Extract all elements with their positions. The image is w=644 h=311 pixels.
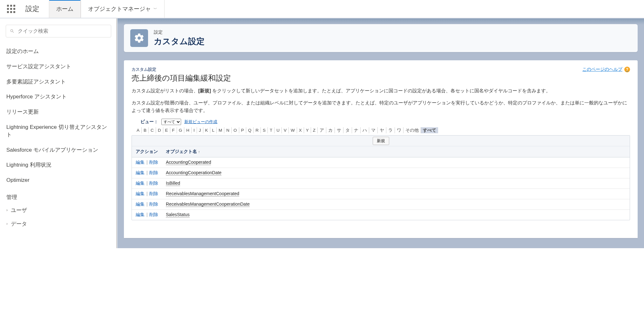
sidebar-tree-data[interactable]: › データ	[0, 217, 117, 231]
delete-link[interactable]: 削除	[149, 191, 158, 196]
sort-asc-icon: ↑	[198, 150, 200, 154]
main-content: 設定 カスタム設定 カスタム設定 売上締後の項目編集緩和設定 このページのヘルプ…	[118, 18, 644, 248]
alpha-filter-T[interactable]: T	[268, 127, 275, 133]
help-link[interactable]: このページのヘルプ ?	[582, 67, 630, 72]
page-title: カスタム設定	[154, 36, 205, 47]
alpha-filter-ハ[interactable]: ハ	[361, 127, 369, 133]
alpha-filter-ア[interactable]: ア	[318, 127, 326, 133]
sidebar-item-optimizer[interactable]: Optimizer	[0, 173, 117, 188]
alpha-filter-マ[interactable]: マ	[369, 127, 378, 133]
view-row: ビュー： すべて 新規ビューの作成	[140, 119, 630, 125]
alpha-filter-W[interactable]: W	[289, 127, 297, 133]
action-separator: |	[145, 212, 149, 217]
alpha-filter-タ[interactable]: タ	[343, 127, 352, 133]
alpha-filter-R[interactable]: R	[254, 127, 261, 133]
alpha-filter-ワ[interactable]: ワ	[395, 127, 403, 133]
alpha-filter-Q[interactable]: Q	[246, 127, 254, 133]
alpha-filter-V[interactable]: V	[282, 127, 289, 133]
view-label: ビュー：	[140, 119, 158, 125]
alpha-filter-L[interactable]: L	[210, 127, 217, 133]
alpha-filter-すべて[interactable]: すべて	[421, 127, 438, 133]
classic-crumb: カスタム設定	[132, 67, 231, 72]
alpha-filter-K[interactable]: K	[203, 127, 210, 133]
alpha-filter-bar: ABCDEFGHIJKLMNOPQRSTUVWXYZアカサタナハマヤラワその他す…	[135, 128, 630, 133]
alpha-filter-A[interactable]: A	[135, 127, 142, 133]
object-name-link[interactable]: SalesStatus	[166, 212, 190, 217]
delete-link[interactable]: 削除	[149, 202, 158, 207]
table-row: 編集 | 削除ReceivablesManagementCooperationD…	[132, 199, 630, 210]
alpha-filter-Z[interactable]: Z	[311, 127, 318, 133]
alpha-filter-D[interactable]: D	[156, 127, 163, 133]
alpha-filter-N[interactable]: N	[224, 127, 232, 133]
alpha-filter-P[interactable]: P	[239, 127, 246, 133]
alpha-filter-その他[interactable]: その他	[403, 127, 421, 133]
alpha-filter-ナ[interactable]: ナ	[352, 127, 361, 133]
action-separator: |	[145, 160, 149, 165]
alpha-filter-X[interactable]: X	[297, 127, 304, 133]
sidebar-item-setup-home[interactable]: 設定のホーム	[0, 44, 117, 59]
new-button[interactable]: 新規	[373, 137, 389, 145]
alpha-filter-C[interactable]: C	[149, 127, 156, 133]
alpha-filter-J[interactable]: J	[197, 127, 203, 133]
object-name-link[interactable]: AccountingCooperated	[166, 160, 211, 165]
object-name-link[interactable]: ReceivablesManagementCooperationDate	[166, 202, 250, 207]
sidebar-item-release-updates[interactable]: リリース更新	[0, 104, 117, 120]
alpha-filter-M[interactable]: M	[217, 127, 224, 133]
help-link-label: このページのヘルプ	[582, 67, 622, 72]
edit-link[interactable]: 編集	[136, 170, 145, 175]
sidebar-item-lex-transition-assistant[interactable]: Lightning Experience 切り替えアシスタント	[0, 120, 117, 142]
alpha-filter-U[interactable]: U	[275, 127, 282, 133]
sidebar-tree-users[interactable]: › ユーザ	[0, 203, 117, 217]
view-select[interactable]: すべて	[161, 119, 181, 125]
sidebar-item-service-setup-assistant[interactable]: サービス設定アシスタント	[0, 59, 117, 74]
alpha-filter-B[interactable]: B	[142, 127, 149, 133]
edit-link[interactable]: 編集	[136, 181, 145, 186]
quick-find-input[interactable]	[18, 28, 107, 34]
chevron-down-icon: ﹀	[153, 6, 157, 12]
alpha-filter-E[interactable]: E	[163, 127, 170, 133]
sidebar-scrollbar[interactable]	[116, 18, 117, 248]
sidebar-item-mfa-assistant[interactable]: 多要素認証アシスタント	[0, 74, 117, 89]
sidebar-item-hyperforce-assistant[interactable]: Hyperforce アシスタント	[0, 89, 117, 104]
tab-home[interactable]: ホーム	[49, 0, 81, 18]
alpha-filter-O[interactable]: O	[232, 127, 239, 133]
sidebar-section-admin: 管理	[0, 188, 117, 203]
alpha-filter-H[interactable]: H	[184, 127, 192, 133]
object-name-link[interactable]: AccountingCooperationDate	[166, 170, 221, 175]
object-name-link[interactable]: ReceivablesManagementCooperated	[166, 191, 239, 196]
app-launcher-button[interactable]	[0, 0, 22, 18]
alpha-filter-サ[interactable]: サ	[335, 127, 343, 133]
delete-link[interactable]: 削除	[149, 160, 158, 165]
col-header-action: アクション	[136, 149, 166, 155]
alpha-filter-F[interactable]: F	[170, 127, 177, 133]
edit-link[interactable]: 編集	[136, 202, 145, 207]
alpha-filter-ヤ[interactable]: ヤ	[378, 127, 386, 133]
col-header-name[interactable]: オブジェクト名↑	[166, 149, 626, 155]
alpha-filter-カ[interactable]: カ	[326, 127, 335, 133]
alpha-filter-I[interactable]: I	[192, 127, 197, 133]
table-row: 編集 | 削除IsBilled	[132, 178, 630, 189]
delete-link[interactable]: 削除	[149, 181, 158, 186]
edit-link[interactable]: 編集	[136, 212, 145, 217]
sidebar-item-salesforce-mobile-app[interactable]: Salesforce モバイルアプリケーション	[0, 142, 117, 158]
new-view-link[interactable]: 新規ビューの作成	[184, 119, 217, 125]
action-separator: |	[145, 191, 149, 196]
tab-object-manager[interactable]: オブジェクトマネージャ ﹀	[81, 0, 165, 18]
alpha-filter-S[interactable]: S	[261, 127, 268, 133]
waffle-icon	[7, 5, 15, 13]
table-row: 編集 | 削除ReceivablesManagementCooperated	[132, 189, 630, 199]
page-header: 設定 カスタム設定	[124, 24, 638, 52]
sidebar-item-lightning-usage[interactable]: Lightning 利用状況	[0, 157, 117, 173]
tab-object-manager-label: オブジェクトマネージャ	[88, 5, 151, 13]
classic-title: 売上締後の項目編集緩和設定	[132, 73, 231, 83]
alpha-filter-Y[interactable]: Y	[304, 127, 311, 133]
edit-link[interactable]: 編集	[136, 191, 145, 196]
delete-link[interactable]: 削除	[149, 212, 158, 217]
alpha-filter-ラ[interactable]: ラ	[386, 127, 395, 133]
object-name-link[interactable]: IsBilled	[166, 181, 180, 186]
action-separator: |	[145, 181, 149, 186]
edit-link[interactable]: 編集	[136, 160, 145, 165]
delete-link[interactable]: 削除	[149, 170, 158, 175]
global-header: 設定 ホーム オブジェクトマネージャ ﹀	[0, 0, 644, 18]
alpha-filter-G[interactable]: G	[177, 127, 185, 133]
